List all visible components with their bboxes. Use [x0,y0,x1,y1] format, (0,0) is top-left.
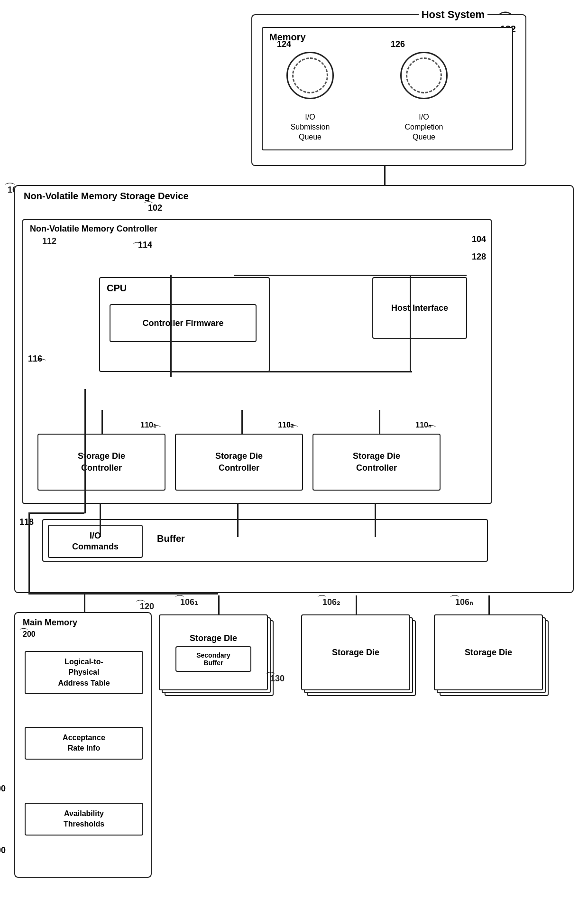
secondary-buffer-label: SecondaryBuffer [196,651,230,667]
io-commands-label: I/OCommands [72,530,119,553]
sdc1-to-sd1-line [100,504,101,537]
submission-queue-circle [286,52,334,99]
ref-118: 118 [19,517,34,527]
ext-sd2-line [356,595,357,615]
ref-126: 126 [391,39,405,49]
sd1-front-label: Storage Die [190,633,237,643]
nvm-device-box: Non-Volatile Memory Storage Device 102 ⌒… [14,185,574,593]
mm-to-nvm-line [84,593,85,613]
main-memory-box: Main Memory 200 ⌒ Logical-to-PhysicalAdd… [14,612,152,878]
queue-area: 124 I/OSubmissionQueue 126 I/OCompletion… [286,52,448,142]
sdn-front-box: Storage Die [434,614,543,690]
top-buffer-hline [170,371,412,372]
cpu-hi-line [234,275,467,276]
sdc1-box: Storage DieController [37,434,165,491]
completion-queue-circle [400,52,448,99]
mm-left-vertical [28,512,30,594]
sd1-front-box: Storage Die SecondaryBuffer [159,614,268,690]
host-system-box: Host System 122 Memory 124 I/OSubmission… [251,14,526,166]
mm-top-hline [28,512,84,514]
cpu-box: CPU 114 ⌒ Controller Firmware [99,277,270,372]
buf-to-sdcn-line [379,410,380,436]
memory-box: Memory 124 I/OSubmissionQueue 126 [262,27,513,150]
sd2-front-box: Storage Die [301,614,410,690]
ext-sdn-line [488,595,490,615]
sdcn-to-sdn-line [375,504,376,537]
host-interface-box: Host Interface [372,277,467,339]
nvm-controller-label: Non-Volatile Memory Controller [30,224,157,234]
secondary-buffer-box: SecondaryBuffer [175,646,251,672]
buf-to-sdc2-line [241,410,243,436]
io-completion-queue: 126 I/OCompletionQueue [400,52,448,142]
sdc2-box: Storage DieController [175,434,303,491]
ref-104: 104 [472,234,486,244]
sdc2-label: Storage DieController [215,450,263,474]
buffer-box: 118 I/OCommands Buffer [42,519,488,562]
logical-physical-box: Logical-to-PhysicalAddress Table [25,651,143,694]
mm-horizontal-line [28,593,218,594]
cpu-to-buffer-line [170,275,172,377]
logical-physical-label: Logical-to-PhysicalAddress Table [58,657,110,688]
ref-300: 300 [0,784,6,794]
firmware-label: Controller Firmware [142,318,223,328]
availability-thresholds-box: AvailabilityThresholds [25,803,143,836]
sdc2-to-sd2-line [237,504,239,537]
firmware-box: Controller Firmware [110,304,257,342]
ref-400: 400 [0,845,6,855]
nvm-controller-box: Non-Volatile Memory Controller 112 CPU 1… [22,219,492,504]
submission-queue-label: I/OSubmissionQueue [291,112,330,142]
sdn-front-label: Storage Die [465,648,512,658]
sd2-front-label: Storage Die [332,648,379,658]
nvm-left-line [84,389,86,513]
acceptance-rate-label: AcceptanceRate Info [63,733,105,754]
sdc2-area: 110₂ ⌒ Storage DieController [175,434,303,491]
availability-thresholds-label: AvailabilityThresholds [64,808,104,830]
hi-to-buffer-line [410,275,411,372]
sdcn-box: Storage DieController [312,434,441,491]
io-commands-box: I/OCommands [48,525,143,558]
host-system-label: Host System [419,9,487,21]
sdcn-area: 110ₙ ⌒ Storage DieController [312,434,441,491]
completion-queue-label: I/OCompletionQueue [405,112,443,142]
host-to-nvm-line [384,165,386,186]
nvm-device-label: Non-Volatile Memory Storage Device [24,191,189,202]
io-submission-queue: 124 I/OSubmissionQueue [286,52,334,142]
ref-128: 128 [472,252,486,262]
sdcn-label: Storage DieController [353,450,400,474]
buffer-main-label: Buffer [157,533,185,544]
cpu-label: CPU [107,283,127,294]
ext-sd1-line [218,595,220,615]
diagram-container: 108 ⌒ Host System 122 Memory 124 I/OSubm… [0,0,588,901]
host-interface-label: Host Interface [391,303,448,313]
main-memory-label: Main Memory [23,618,77,628]
ref-112: 112 [42,236,56,246]
sdc1-area: 110₁ ⌒ Storage DieController [37,434,165,491]
acceptance-rate-box: AcceptanceRate Info [25,727,143,760]
ref-124: 124 [277,39,291,49]
buf-to-sdc1-line [101,410,103,436]
